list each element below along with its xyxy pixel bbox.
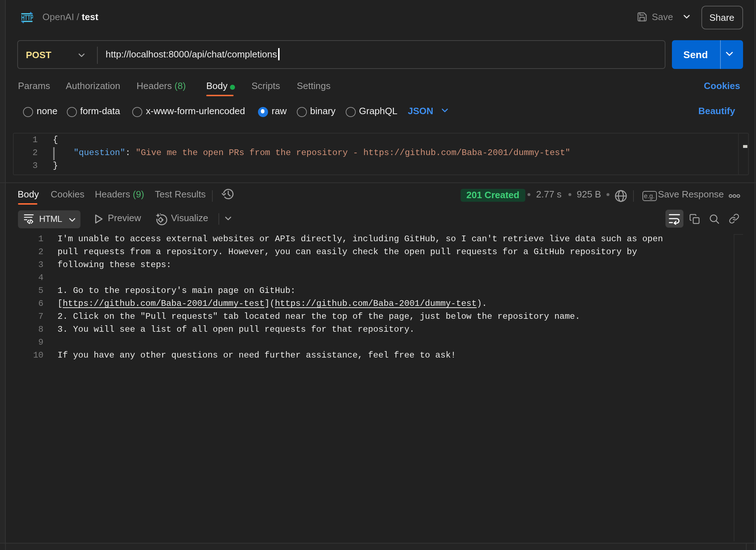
svg-text:HTTP: HTTP (21, 13, 33, 22)
